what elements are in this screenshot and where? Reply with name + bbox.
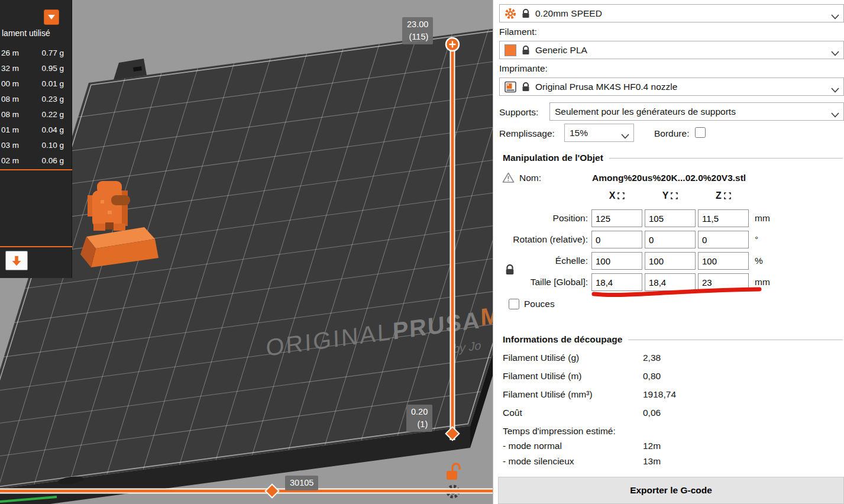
chevron-down-icon [831, 11, 839, 22]
object-name-label: Nom: [519, 173, 541, 183]
layer-top-index: (115) [407, 31, 428, 43]
position-x-input[interactable] [591, 209, 642, 227]
axis-letter: X [609, 190, 616, 201]
rotation-x-input[interactable] [591, 231, 642, 248]
info-value: 0,80 [643, 369, 661, 384]
layer-bottom-index: (1) [411, 418, 428, 431]
move-slider-handle[interactable] [266, 484, 279, 498]
infill-value: 15% [570, 128, 588, 138]
chevron-down-icon [831, 109, 839, 120]
printer-label: Imprimante: [499, 63, 548, 74]
rotation-z-input[interactable] [698, 231, 749, 248]
info-row: - mode silencieux 13m [503, 454, 844, 469]
lock-icon [522, 46, 530, 55]
info-value: 0,06 [643, 405, 661, 421]
inches-checkbox[interactable] [509, 299, 519, 309]
info-label: Temps d'impression estimé: [503, 426, 616, 436]
print-settings-gear-icon [505, 8, 516, 20]
supports-value: Seulement pour les générateurs de suppor… [555, 106, 736, 117]
info-label: Filament Utilisé (g) [503, 353, 579, 363]
warning-icon [502, 172, 515, 183]
filament-label: Filament: [499, 27, 537, 37]
size-x-input[interactable] [591, 273, 642, 291]
layer-range-lock-icon[interactable] [447, 464, 460, 480]
legend-row: 03 m0.10 g [0, 138, 72, 153]
brim-checkbox[interactable] [695, 127, 706, 138]
axis-letter: Z [716, 190, 722, 201]
legend-length: 26 m [1, 46, 19, 61]
info-row: Filament Utilisé (g) 2,38 [503, 350, 844, 366]
axis-header-z: Z [698, 190, 749, 201]
move-slider-value: 30105 [290, 477, 313, 489]
scale-y-input[interactable] [645, 252, 696, 270]
legend-row: 26 m0.77 g [0, 46, 72, 61]
supports-select[interactable]: Seulement pour les générateurs de suppor… [549, 102, 844, 121]
legend-collapse-button[interactable] [44, 9, 59, 25]
size-unit: mm [755, 273, 770, 291]
size-y-input[interactable] [645, 273, 696, 291]
info-label: Filament Utilisé (m) [503, 371, 581, 381]
filament-color-swatch [505, 44, 516, 56]
legend-length: 03 m [1, 138, 19, 153]
chevron-down-icon [831, 48, 839, 59]
position-z-input[interactable] [698, 209, 749, 227]
position-row: Position: mm [493, 209, 844, 227]
layer-bottom-height: 0.20 [411, 406, 428, 418]
layer-slider-top-handle[interactable] [446, 38, 459, 51]
axis-header-y: Y [645, 190, 696, 201]
layer-top-height: 23.00 [407, 18, 428, 31]
size-label: Taille [Global]: [493, 273, 588, 291]
move-slider-tooltip: 30105 [285, 476, 318, 490]
legend-row: 08 m0.22 g [0, 107, 72, 122]
legend-length: 01 m [1, 122, 19, 138]
legend-row: 02 m0.06 g [0, 153, 72, 169]
rotation-y-input[interactable] [645, 231, 696, 248]
axis-letter: Y [662, 190, 669, 201]
print-settings-select[interactable]: 0.20mm SPEED [499, 4, 844, 22]
settings-panel: 0.20mm SPEED Filament: Generic PLA Impri… [493, 0, 844, 504]
object-name-value: Among%20us%20K...02.0%20V3.stl [592, 173, 746, 183]
supports-label: Supports: [499, 107, 538, 118]
printer-select[interactable]: Original Prusa MK4S HF0.4 nozzle [499, 77, 844, 96]
legend-length: 02 m [1, 153, 19, 169]
filament-select[interactable]: Generic PLA [499, 41, 844, 59]
prusaslicer-window: ORIGINAL PRUSA M by Jo [0, 0, 844, 504]
scale-unit: % [755, 252, 763, 270]
size-row: Taille [Global]: mm [493, 273, 844, 291]
rotation-unit: ° [755, 231, 758, 248]
3d-viewport[interactable]: ORIGINAL PRUSA M by Jo [0, 0, 493, 504]
info-label: - mode silencieux [503, 456, 574, 466]
legend-separator [0, 246, 72, 247]
legend-weight: 0.01 g [41, 76, 64, 92]
legend-length: 08 m [1, 92, 19, 107]
position-label: Position: [493, 209, 588, 227]
chevron-down-icon [621, 131, 629, 141]
position-y-input[interactable] [645, 209, 696, 227]
layer-slider-bottom-tooltip: 0.20 (1) [406, 405, 432, 432]
filament-legend-panel: lament utilisé 26 m0.77 g 32 m0.95 g 00 … [0, 0, 72, 278]
legend-weight: 0.10 g [41, 138, 64, 153]
legend-row: 32 m0.95 g [0, 61, 72, 76]
axis-frame-icon [724, 192, 731, 199]
info-value: 2,38 [643, 350, 661, 366]
scale-z-input[interactable] [698, 252, 749, 270]
manipulation-title: Manipulation de l'Objet [503, 153, 603, 163]
lock-icon [522, 82, 530, 92]
info-label: Filament Utilisé (mm³) [503, 389, 593, 399]
place-on-bed-button[interactable] [5, 251, 28, 270]
triangle-down-icon [48, 15, 55, 20]
legend-row: 08 m0.23 g [0, 92, 72, 107]
axis-frame-icon [671, 192, 678, 199]
legend-length: 32 m [1, 61, 19, 76]
infill-select[interactable]: 15% [564, 124, 634, 142]
info-row: - mode normal 12m [503, 438, 844, 454]
position-unit: mm [755, 209, 770, 227]
export-gcode-button[interactable]: Exporter le G-code [498, 477, 844, 504]
scale-x-input[interactable] [591, 252, 642, 270]
manipulation-section-header: Manipulation de l'Objet [503, 153, 843, 163]
legend-length: 00 m [1, 76, 19, 92]
legend-rows: 26 m0.77 g 32 m0.95 g 00 m0.01 g 08 m0.2… [0, 46, 72, 169]
size-z-input[interactable] [698, 273, 749, 291]
legend-weight: 0.95 g [41, 61, 64, 76]
info-value: 12m [643, 438, 661, 454]
